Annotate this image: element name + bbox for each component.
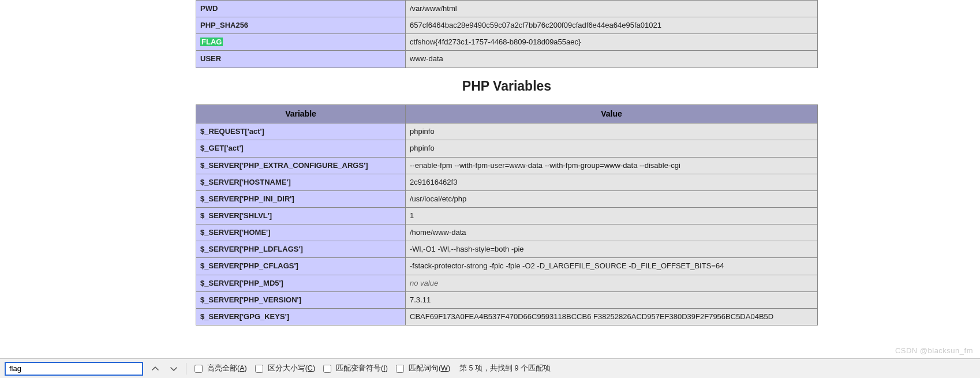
var-value-cell: /home/www-data	[406, 224, 818, 241]
var-key-cell: $_SERVER['PHP_LDFLAGS']	[196, 241, 406, 258]
php-variables-table: Variable Value $_REQUEST['act']phpinfo$_…	[196, 104, 818, 325]
var-key-cell: $_SERVER['PHP_MD5']	[196, 275, 406, 291]
highlight-all-checkbox-label[interactable]: 高亮全部(A)	[192, 363, 247, 375]
highlight-all-checkbox[interactable]	[194, 365, 203, 373]
whole-words-text: 匹配词句(W)	[409, 364, 450, 373]
var-value-cell: phpinfo	[406, 140, 818, 157]
find-prev-button[interactable]	[149, 362, 162, 375]
phpinfo-page: PWD/var/www/htmlPHP_SHA256657cf6464bac28…	[0, 0, 980, 378]
var-key-cell: $_SERVER['PHP_INI_DIR']	[196, 190, 406, 207]
var-value-cell: 2c91616462f3	[406, 174, 818, 190]
table-row: $_SERVER['PHP_EXTRA_CONFIGURE_ARGS']--en…	[196, 157, 818, 174]
table-row: $_GET['act']phpinfo	[196, 140, 818, 157]
var-key-cell: $_REQUEST['act']	[196, 123, 406, 140]
var-value-cell: 7.3.11	[406, 291, 818, 308]
table-row: $_SERVER['PHP_MD5']no value	[196, 275, 818, 291]
table-row: $_REQUEST['act']phpinfo	[196, 123, 818, 140]
col-header-variable: Variable	[196, 104, 406, 123]
chevron-down-icon	[170, 365, 177, 372]
find-input[interactable]	[5, 362, 143, 376]
table-row: $_SERVER['PHP_INI_DIR']/usr/local/etc/ph…	[196, 190, 818, 207]
find-bar: 高亮全部(A) 区分大小写(C) 匹配变音符号(I) 匹配词句(W) 第 5 项…	[0, 358, 980, 378]
var-key-cell: $_SERVER['HOSTNAME']	[196, 174, 406, 190]
var-key-cell: $_SERVER['SHLVL']	[196, 207, 406, 224]
var-value-cell: no value	[406, 275, 818, 291]
match-case-text: 区分大小写(C)	[268, 364, 315, 373]
content-wrapper: PWD/var/www/htmlPHP_SHA256657cf6464bac28…	[196, 0, 818, 325]
table-header-row: Variable Value	[196, 104, 818, 123]
match-diacritics-text: 匹配变音符号(I)	[336, 364, 388, 373]
whole-words-checkbox[interactable]	[396, 365, 404, 373]
whole-words-checkbox-label[interactable]: 匹配词句(W)	[394, 363, 450, 375]
var-key-cell: $_SERVER['PHP_EXTRA_CONFIGURE_ARGS']	[196, 157, 406, 174]
env-value-cell: /var/www/html	[406, 1, 818, 17]
highlight-all-text: 高亮全部(A)	[207, 364, 247, 373]
var-key-cell: $_SERVER['GPG_KEYS']	[196, 308, 406, 325]
match-case-checkbox-label[interactable]: 区分大小写(C)	[253, 363, 315, 375]
table-row: FLAGctfshow{4fd273c1-1757-4468-b809-018d…	[196, 34, 818, 51]
var-value-cell: --enable-fpm --with-fpm-user=www-data --…	[406, 157, 818, 174]
var-value-cell: -fstack-protector-strong -fpic -fpie -O2…	[406, 258, 818, 275]
var-key-cell: $_SERVER['HOME']	[196, 224, 406, 241]
table-row: $_SERVER['HOME']/home/www-data	[196, 224, 818, 241]
col-header-value: Value	[406, 104, 818, 123]
table-row: $_SERVER['PHP_LDFLAGS']-Wl,-O1 -Wl,--has…	[196, 241, 818, 258]
find-status-text: 第 5 项，共找到 9 个匹配项	[459, 364, 551, 373]
table-row: $_SERVER['GPG_KEYS']CBAF69F173A0FEA4B537…	[196, 308, 818, 325]
env-key-cell: PHP_SHA256	[196, 17, 406, 34]
var-key-cell: $_SERVER['PHP_CFLAGS']	[196, 258, 406, 275]
watermark: CSDN @blacksun_fm	[895, 346, 973, 355]
table-row: $_SERVER['SHLVL']1	[196, 207, 818, 224]
var-value-cell: phpinfo	[406, 123, 818, 140]
var-value-cell: -Wl,-O1 -Wl,--hash-style=both -pie	[406, 241, 818, 258]
environment-table: PWD/var/www/htmlPHP_SHA256657cf6464bac28…	[196, 0, 818, 68]
table-row: $_SERVER['PHP_VERSION']7.3.11	[196, 291, 818, 308]
env-key-cell: FLAG	[196, 34, 406, 51]
find-next-button[interactable]	[167, 362, 180, 375]
match-case-checkbox[interactable]	[255, 365, 263, 373]
search-highlight: FLAG	[200, 38, 223, 46]
var-value-cell: /usr/local/etc/php	[406, 190, 818, 207]
var-value-cell: 1	[406, 207, 818, 224]
var-key-cell: $_GET['act']	[196, 140, 406, 157]
match-diacritics-checkbox-label[interactable]: 匹配变音符号(I)	[321, 363, 388, 375]
section-title-php-variables: PHP Variables	[196, 78, 818, 94]
chevron-up-icon	[152, 365, 159, 372]
var-value-cell: CBAF69F173A0FEA4B537F470D66C9593118BCCB6…	[406, 308, 818, 325]
table-row: $_SERVER['HOSTNAME']2c91616462f3	[196, 174, 818, 190]
table-row: USERwww-data	[196, 51, 818, 68]
divider	[186, 363, 186, 375]
env-value-cell: 657cf6464bac28e9490c59c07a2cf7bb76c200f0…	[406, 17, 818, 34]
table-row: $_SERVER['PHP_CFLAGS']-fstack-protector-…	[196, 258, 818, 275]
env-key-cell: PWD	[196, 1, 406, 17]
env-value-cell: ctfshow{4fd273c1-1757-4468-b809-018d09a5…	[406, 34, 818, 51]
table-row: PHP_SHA256657cf6464bac28e9490c59c07a2cf7…	[196, 17, 818, 34]
env-key-cell: USER	[196, 51, 406, 68]
match-diacritics-checkbox[interactable]	[323, 365, 331, 373]
var-key-cell: $_SERVER['PHP_VERSION']	[196, 291, 406, 308]
env-value-cell: www-data	[406, 51, 818, 68]
table-row: PWD/var/www/html	[196, 1, 818, 17]
